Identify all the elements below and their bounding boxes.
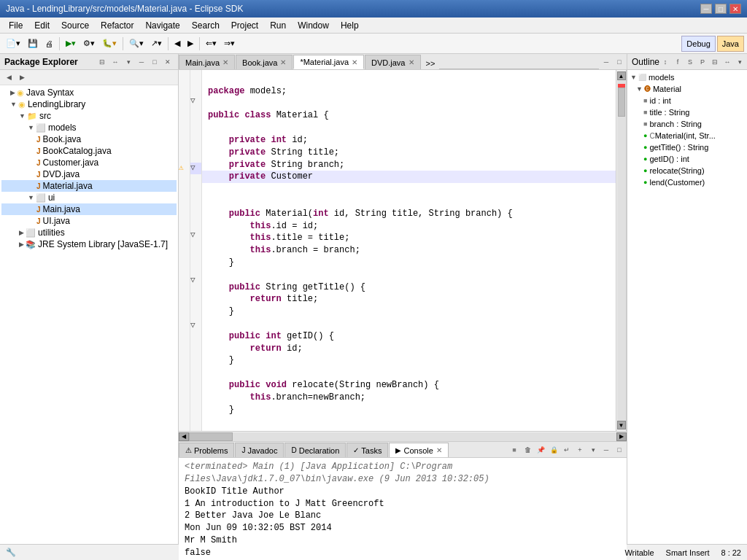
scroll-track[interactable] [617, 80, 626, 421]
tab-main-java[interactable]: Main.java ✕ [179, 55, 235, 69]
tab-close-dvd[interactable]: ✕ [409, 58, 414, 66]
outline-collapse[interactable]: ⊟ [709, 56, 721, 68]
console-options[interactable]: ▾ [587, 444, 599, 456]
maximize-button[interactable]: □ [715, 4, 727, 14]
editor-minimize[interactable]: ─ [600, 56, 612, 68]
menu-window[interactable]: Window [292, 19, 335, 32]
console-clear[interactable]: 🗑 [522, 444, 533, 456]
more-tabs-button[interactable]: >> [422, 58, 440, 69]
close-button[interactable]: ✕ [729, 4, 741, 14]
h-scroll-left[interactable]: ◀ [179, 432, 189, 441]
tree-item-ui-java[interactable]: J UI.java [1, 215, 177, 227]
debug-perspective[interactable]: Debug [681, 36, 715, 52]
menu-search[interactable]: Search [186, 19, 225, 32]
tree-item-lendinglibrary[interactable]: ▼ ◉ LendingLibrary [1, 98, 177, 110]
tab-close-material[interactable]: ✕ [352, 58, 357, 66]
fold19[interactable]: ▽ [190, 275, 201, 286]
link-editor-button[interactable]: ↔ [109, 56, 121, 68]
bottom-minimize[interactable]: ─ [600, 444, 612, 456]
tree-item-models[interactable]: ▼ ⬜ models [1, 122, 177, 133]
tree-item-material-java[interactable]: J Material.java [1, 180, 177, 192]
outline-getID[interactable]: ● getID() : int [629, 153, 746, 165]
outline-hide-static[interactable]: S [684, 56, 696, 68]
tab-close-book[interactable]: ✕ [280, 58, 286, 66]
tab-console[interactable]: ▶ Console ✕ [389, 443, 448, 457]
fold3[interactable]: ▽ [190, 96, 201, 106]
fold23[interactable]: ▽ [190, 320, 201, 331]
menu-source[interactable]: Source [55, 19, 95, 32]
debug-button[interactable]: 🐛▾ [99, 36, 120, 52]
pkg-forward[interactable]: ▶ [16, 71, 28, 83]
editor-scrollbar[interactable]: ▲ ▼ [616, 70, 626, 431]
tree-item-utilities[interactable]: ▶ ⬜ utilities [1, 227, 177, 238]
pkg-back[interactable]: ◀ [3, 71, 15, 83]
tree-item-bookcatalog-java[interactable]: J BookCatalog.java [1, 145, 177, 157]
outline-constructor[interactable]: ● C Material(int, Str... [629, 130, 746, 141]
outline-lend[interactable]: ● lend(Customer) [629, 176, 746, 188]
fold15[interactable]: ▽ [190, 230, 201, 241]
new-button[interactable]: 📄▾ [3, 36, 23, 52]
menu-project[interactable]: Project [225, 19, 264, 32]
menu-help[interactable]: Help [335, 19, 365, 32]
pkg-maximize[interactable]: □ [149, 56, 160, 68]
tab-declaration[interactable]: D Declaration [285, 443, 346, 457]
outline-hide-nonpublic[interactable]: P [697, 56, 708, 68]
tree-item-book-java[interactable]: J Book.java [1, 133, 177, 145]
menu-file[interactable]: File [3, 19, 28, 32]
forward-btn[interactable]: ⇒▾ [221, 36, 238, 52]
outline-getTitle[interactable]: ● getTitle() : String [629, 141, 746, 153]
scroll-up[interactable]: ▲ [617, 71, 626, 80]
console-new[interactable]: + [574, 444, 586, 456]
outline-link[interactable]: ↔ [721, 56, 733, 68]
tree-item-dvd-java[interactable]: J DVD.java [1, 168, 177, 180]
scroll-thumb[interactable] [618, 88, 625, 117]
console-pin[interactable]: 📌 [535, 444, 546, 456]
outline-models[interactable]: ▼ ⬜ models [629, 71, 746, 83]
editor-h-scrollbar[interactable]: ◀ ▶ [179, 431, 627, 441]
tab-book-java[interactable]: Book.java ✕ [236, 55, 293, 69]
console-scroll-lock[interactable]: 🔒 [548, 444, 560, 456]
outline-relocate[interactable]: ● relocate(String) [629, 165, 746, 176]
tree-item-main-java[interactable]: J Main.java [1, 203, 177, 215]
tab-close-console[interactable]: ✕ [436, 446, 442, 454]
outline-id-field[interactable]: ■ id : int [629, 95, 746, 106]
minimize-button[interactable]: ─ [700, 4, 712, 14]
menu-refactor[interactable]: Refactor [95, 19, 139, 32]
tree-item-ui[interactable]: ▼ ⬜ ui [1, 192, 177, 203]
search-button[interactable]: 🔍▾ [126, 36, 147, 52]
tab-javadoc[interactable]: J Javadoc [235, 443, 284, 457]
outline-hide-fields[interactable]: f [672, 56, 684, 68]
prev-edit[interactable]: ◀ [171, 36, 183, 52]
tree-item-jre[interactable]: ▶ 📚 JRE System Library [JavaSE-1.7] [1, 238, 177, 250]
h-scroll-track[interactable] [189, 432, 616, 441]
code-text[interactable]: package models; public class Material { … [202, 70, 616, 431]
console-word-wrap[interactable]: ↵ [561, 444, 573, 456]
tab-close-main[interactable]: ✕ [222, 58, 228, 66]
tab-material-java[interactable]: *Material.java ✕ [293, 55, 364, 69]
print-button[interactable]: 🖨 [42, 36, 56, 52]
tab-dvd-java[interactable]: DVD.java ✕ [365, 55, 420, 69]
tree-item-src[interactable]: ▼ 📁 src [1, 110, 177, 122]
back-btn[interactable]: ⇐▾ [203, 36, 220, 52]
pkg-view-menu[interactable]: ▾ [123, 56, 134, 68]
outline-branch-field[interactable]: ■ branch : String [629, 118, 746, 130]
collapse-all-button[interactable]: ⊟ [96, 56, 108, 68]
pkg-close[interactable]: ✕ [162, 56, 174, 68]
tab-problems[interactable]: ⚠ Problems [179, 443, 234, 457]
code-editor[interactable]: ⚠ ▽ ▽ [179, 70, 627, 431]
run-last[interactable]: ⚙▾ [80, 36, 98, 52]
outline-sort[interactable]: ↕ [659, 56, 671, 68]
scroll-down[interactable]: ▼ [617, 421, 626, 429]
tab-tasks[interactable]: ✓ Tasks [347, 443, 388, 457]
java-perspective[interactable]: Java [717, 36, 744, 52]
bottom-maximize[interactable]: □ [614, 444, 625, 456]
console-stop[interactable]: ■ [508, 444, 520, 456]
h-scroll-thumb[interactable] [189, 432, 233, 441]
outline-menu[interactable]: ▾ [734, 56, 746, 68]
tree-item-customer-java[interactable]: J Customer.java [1, 157, 177, 168]
h-scroll-right[interactable]: ▶ [616, 432, 627, 441]
outline-title-field[interactable]: ■ title : String [629, 106, 746, 118]
tree-item-java-syntax[interactable]: ▶ ◉ Java Syntax [1, 87, 177, 98]
save-button[interactable]: 💾 [25, 36, 41, 52]
menu-edit[interactable]: Edit [28, 19, 55, 32]
